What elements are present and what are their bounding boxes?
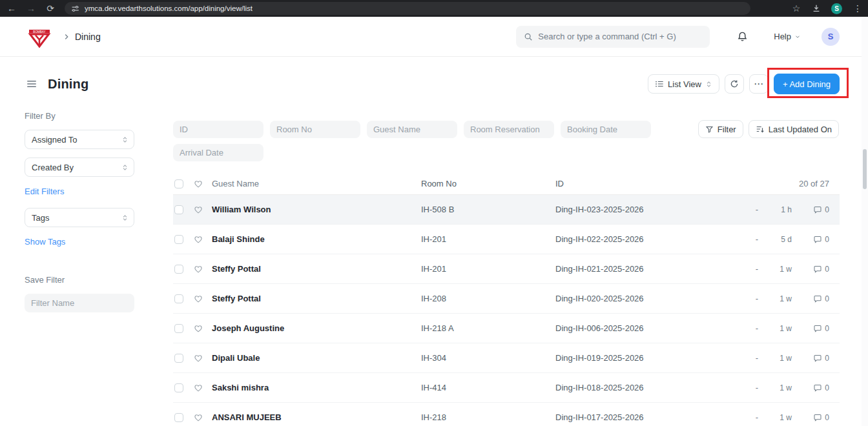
sidebar-toggle-icon[interactable] xyxy=(26,78,37,90)
room-no-cell: IH-304 xyxy=(421,353,555,363)
refresh-button[interactable] xyxy=(725,74,744,94)
show-tags-link[interactable]: Show Tags xyxy=(25,237,65,247)
row-checkbox[interactable] xyxy=(174,324,183,333)
result-count[interactable]: 20 of 27 xyxy=(750,179,829,188)
created-by-label: Created By xyxy=(32,163,74,172)
table-row[interactable]: Dipali Ubale IH-304 Ding-IH-019-2025-202… xyxy=(173,343,840,373)
id-cell: Ding-IH-021-2025-2026 xyxy=(555,264,750,274)
view-selector-label: List View xyxy=(668,79,701,89)
list-view-icon xyxy=(655,79,664,88)
comment-icon xyxy=(813,324,822,333)
like-heart-icon[interactable] xyxy=(194,354,208,363)
table-row[interactable]: Steffy Pottal IH-208 Ding-IH-020-2025-20… xyxy=(173,284,840,314)
row-checkbox[interactable] xyxy=(174,205,183,214)
last-modified-cell: 1 w xyxy=(763,294,792,303)
header-id[interactable]: ID xyxy=(555,179,750,188)
site-permissions-icon[interactable] xyxy=(71,5,79,13)
guest-name-cell[interactable]: Steffy Pottal xyxy=(208,264,421,274)
table-row[interactable]: Balaji Shinde IH-201 Ding-IH-022-2025-20… xyxy=(173,225,840,254)
table-row[interactable]: ANSARI MUJEEB IH-218 Ding-IH-017-2025-20… xyxy=(173,403,840,426)
global-search-input[interactable] xyxy=(538,32,702,41)
comment-count-cell: 0 xyxy=(792,205,829,214)
arrival-date-filter-input[interactable] xyxy=(173,144,264,161)
table-row[interactable]: Sakshi mishra IH-414 Ding-IH-018-2025-20… xyxy=(173,373,840,403)
like-heart-icon[interactable] xyxy=(194,235,208,244)
select-all-checkbox[interactable] xyxy=(174,179,183,188)
guest-name-cell[interactable]: Joseph Augustine xyxy=(208,323,421,333)
filter-name-input[interactable] xyxy=(25,294,134,312)
global-search[interactable] xyxy=(516,26,710,48)
room-reservation-filter-input[interactable] xyxy=(464,121,554,138)
room-no-cell: IH-508 B xyxy=(421,205,555,214)
last-modified-cell: 1 w xyxy=(763,265,792,274)
page-header: Dining List View ⋯ + Add Dining xyxy=(0,57,868,101)
tags-label: Tags xyxy=(32,213,49,223)
row-checkbox[interactable] xyxy=(174,294,183,303)
room-no-cell: IH-201 xyxy=(421,264,555,274)
breadcrumb-dining[interactable]: Dining xyxy=(75,32,101,42)
browser-menu-icon[interactable]: ⋮ xyxy=(852,0,863,17)
more-options-button[interactable]: ⋯ xyxy=(749,74,769,94)
guest-name-cell[interactable]: Sakshi mishra xyxy=(208,383,421,392)
scrollbar-thumb[interactable] xyxy=(863,149,867,189)
like-heart-icon[interactable] xyxy=(194,265,208,274)
dining-list-table: Guest Name Room No ID 20 of 27 William W… xyxy=(173,173,840,426)
guest-name-cell[interactable]: Dipali Ubale xyxy=(208,353,421,363)
browser-address-bar[interactable]: ymca.dev.vedarthsolutions.com/app/dining… xyxy=(65,2,750,15)
comment-count-cell: 0 xyxy=(792,265,829,274)
table-row[interactable]: Steffy Pottal IH-201 Ding-IH-021-2025-20… xyxy=(173,254,840,284)
edit-filters-link[interactable]: Edit Filters xyxy=(25,187,64,196)
view-selector-button[interactable]: List View xyxy=(648,74,719,94)
assigned-to-select[interactable]: Assigned To xyxy=(25,130,134,149)
header-guest-name[interactable]: Guest Name xyxy=(208,179,421,188)
last-modified-cell: 1 w xyxy=(763,413,792,422)
last-modified-cell: 1 w xyxy=(763,383,792,392)
comment-count: 0 xyxy=(825,205,829,214)
like-heart-icon[interactable] xyxy=(194,294,208,303)
table-row[interactable]: William Wilson IH-508 B Ding-IH-023-2025… xyxy=(173,195,840,225)
like-heart-icon[interactable] xyxy=(194,205,208,214)
svg-text:BOMBAY: BOMBAY xyxy=(33,30,45,33)
created-by-select[interactable]: Created By xyxy=(25,157,134,177)
page-title: Dining xyxy=(48,77,88,92)
like-heart-icon[interactable] xyxy=(194,383,208,392)
tags-select[interactable]: Tags xyxy=(25,208,134,227)
guest-name-cell[interactable]: Balaji Shinde xyxy=(208,234,421,244)
browser-forward-icon[interactable]: → xyxy=(26,0,36,17)
brand-logo[interactable]: BOMBAY xyxy=(27,25,52,48)
filter-button[interactable]: Filter xyxy=(698,120,743,138)
guest-name-cell[interactable]: Steffy Pottal xyxy=(208,294,421,303)
row-checkbox[interactable] xyxy=(174,235,183,244)
room-no-cell: IH-208 xyxy=(421,294,555,303)
sort-button[interactable]: Last Updated On xyxy=(749,120,839,138)
notifications-bell-icon[interactable] xyxy=(737,31,748,42)
guest-name-cell[interactable]: William Wilson xyxy=(208,205,421,214)
row-checkbox[interactable] xyxy=(174,354,183,363)
like-filter-icon[interactable] xyxy=(194,179,208,188)
guest-name-cell[interactable]: ANSARI MUJEEB xyxy=(208,412,421,422)
assigned-cell: - xyxy=(750,264,763,274)
room-no-filter-input[interactable] xyxy=(270,121,360,138)
like-heart-icon[interactable] xyxy=(194,413,208,422)
user-avatar[interactable]: S xyxy=(822,28,840,46)
room-no-cell: IH-201 xyxy=(421,234,555,244)
guest-name-filter-input[interactable] xyxy=(367,121,457,138)
browser-reload-icon[interactable]: ⟳ xyxy=(45,0,56,17)
sort-button-label: Last Updated On xyxy=(769,125,832,134)
like-heart-icon[interactable] xyxy=(194,324,208,333)
table-row[interactable]: Joseph Augustine IH-218 A Ding-IH-006-20… xyxy=(173,314,840,343)
add-dining-button[interactable]: + Add Dining xyxy=(774,74,840,94)
header-room-no[interactable]: Room No xyxy=(421,179,555,188)
booking-date-filter-input[interactable] xyxy=(561,121,651,138)
bookmark-star-icon[interactable]: ☆ xyxy=(791,0,801,17)
row-checkbox[interactable] xyxy=(174,413,183,422)
browser-back-icon[interactable]: ← xyxy=(6,0,17,17)
row-checkbox[interactable] xyxy=(174,265,183,274)
id-filter-input[interactable] xyxy=(173,121,264,138)
help-menu[interactable]: Help xyxy=(774,32,801,41)
page-actions: List View ⋯ + Add Dining xyxy=(648,74,840,94)
browser-profile-avatar[interactable]: S xyxy=(831,3,842,14)
page-scrollbar[interactable] xyxy=(862,17,868,426)
row-checkbox[interactable] xyxy=(174,383,183,392)
downloads-icon[interactable] xyxy=(812,4,821,13)
